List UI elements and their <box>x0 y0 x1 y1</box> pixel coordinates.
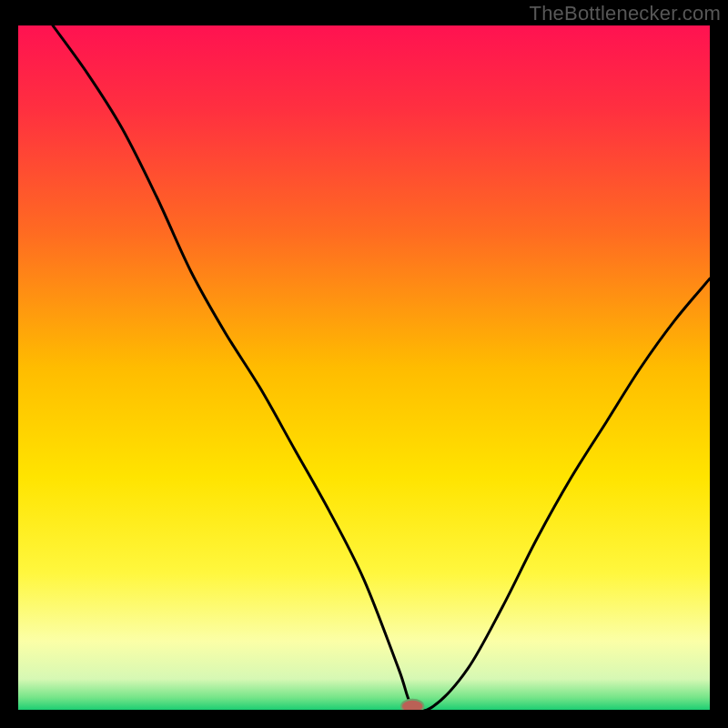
bottleneck-chart-svg <box>18 25 710 710</box>
chart-frame: TheBottlenecker.com <box>0 0 728 728</box>
watermark-link[interactable]: TheBottlenecker.com <box>530 2 721 25</box>
plot-area <box>18 25 710 710</box>
optimal-marker <box>401 700 423 710</box>
